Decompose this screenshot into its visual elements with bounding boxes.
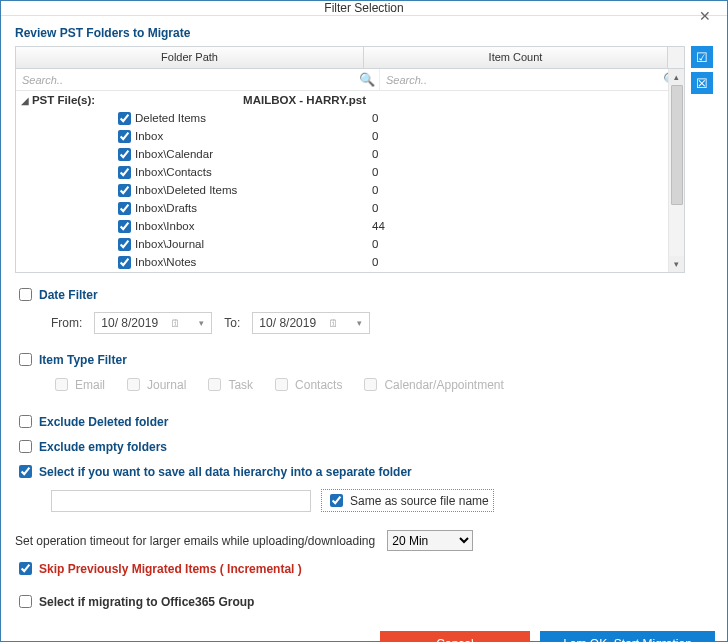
skip-migrated-checkline[interactable]: Skip Previously Migrated Items ( Increme…: [15, 559, 713, 578]
skip-migrated-label: Skip Previously Migrated Items ( Increme…: [39, 562, 302, 576]
date-filter-checkline[interactable]: Date Filter: [15, 285, 713, 304]
close-button[interactable]: ✕: [683, 1, 727, 30]
to-datepicker[interactable]: 10/ 8/2019 🗓 ▾: [252, 312, 370, 334]
table-row[interactable]: Inbox\Drafts0: [16, 199, 668, 217]
save-hierarchy-label: Select if you want to save all data hier…: [39, 465, 412, 479]
exclude-deleted-checkline[interactable]: Exclude Deleted folder: [15, 412, 713, 431]
col-header-scroll: [668, 47, 684, 68]
clear-all-icon: ☒: [696, 76, 708, 91]
grid-wrap: Folder Path Item Count 🔍 🔍: [15, 46, 713, 273]
folder-name: Inbox\Contacts: [135, 166, 212, 178]
o365-group-checkbox[interactable]: [19, 595, 32, 608]
dialog-window: Filter Selection ✕ Review PST Folders to…: [0, 0, 728, 642]
scroll-thumb[interactable]: [671, 85, 683, 205]
footer: Cancel I am OK, Start Migration: [1, 623, 727, 642]
separate-folder-row: Same as source file name: [51, 489, 713, 512]
type-task[interactable]: Task: [204, 375, 253, 394]
type-calendar[interactable]: Calendar/Appointment: [360, 375, 503, 394]
type-email-checkbox: [55, 378, 68, 391]
item-count: 0: [366, 112, 668, 124]
folder-checkbox[interactable]: [118, 130, 131, 143]
o365-group-checkline[interactable]: Select if migrating to Office365 Group: [15, 592, 713, 611]
exclude-deleted-checkbox[interactable]: [19, 415, 32, 428]
table-row[interactable]: Inbox\Inbox44: [16, 217, 668, 235]
folder-checkbox[interactable]: [118, 166, 131, 179]
item-count: 0: [366, 148, 668, 160]
side-buttons: ☑ ☒: [691, 46, 713, 273]
date-range-row: From: 10/ 8/2019 🗓 ▾ To: 10/ 8/2019 🗓 ▾: [51, 312, 713, 334]
date-filter-checkbox[interactable]: [19, 288, 32, 301]
item-count: 0: [366, 130, 668, 142]
separate-folder-input[interactable]: [51, 490, 311, 512]
item-type-filter-checkline[interactable]: Item Type Filter: [15, 350, 713, 369]
item-count: 44: [366, 220, 668, 232]
save-hierarchy-checkline[interactable]: Select if you want to save all data hier…: [15, 462, 713, 481]
to-label: To:: [224, 316, 240, 330]
item-type-filter-checkbox[interactable]: [19, 353, 32, 366]
timeout-select[interactable]: 20 Min: [387, 530, 473, 551]
skip-migrated-checkbox[interactable]: [19, 562, 32, 575]
folder-checkbox[interactable]: [118, 184, 131, 197]
tree-area: ◢ PST File(s): MAILBOX - HARRY.pst Delet…: [16, 91, 668, 272]
folder-checkbox[interactable]: [118, 238, 131, 251]
section-title: Review PST Folders to Migrate: [15, 26, 713, 40]
exclude-empty-checkline[interactable]: Exclude empty folders: [15, 437, 713, 456]
search-cell-path: 🔍: [16, 69, 380, 90]
table-row[interactable]: Inbox\Calendar0: [16, 145, 668, 163]
folder-checkbox[interactable]: [118, 220, 131, 233]
item-count: 0: [366, 202, 668, 214]
item-count: 0: [366, 166, 668, 178]
same-source-checkbox[interactable]: [330, 494, 343, 507]
type-journal[interactable]: Journal: [123, 375, 186, 394]
cancel-button[interactable]: Cancel: [380, 631, 530, 642]
folder-name: Deleted Items: [135, 112, 206, 124]
search-count-input[interactable]: [384, 73, 659, 87]
type-contacts[interactable]: Contacts: [271, 375, 342, 394]
folder-name: Inbox\Journal: [135, 238, 204, 250]
table-row[interactable]: Inbox\Deleted Items0: [16, 181, 668, 199]
item-count: 0: [366, 184, 668, 196]
item-type-filter-row: Item Type Filter Email Journal Task Cont…: [15, 350, 713, 398]
search-row: 🔍 🔍: [16, 69, 684, 91]
exclude-empty-checkbox[interactable]: [19, 440, 32, 453]
table-row[interactable]: Deleted Items0: [16, 109, 668, 127]
folder-checkbox[interactable]: [118, 148, 131, 161]
content-area: Review PST Folders to Migrate Folder Pat…: [1, 16, 727, 623]
start-migration-button[interactable]: I am OK, Start Migration: [540, 631, 715, 642]
exclude-deleted-label: Exclude Deleted folder: [39, 415, 168, 429]
tree-root-row[interactable]: ◢ PST File(s): MAILBOX - HARRY.pst: [16, 91, 668, 109]
save-hierarchy-checkbox[interactable]: [19, 465, 32, 478]
col-header-folder-path[interactable]: Folder Path: [16, 47, 364, 68]
table-row[interactable]: Inbox0: [16, 127, 668, 145]
folder-checkbox[interactable]: [118, 256, 131, 269]
vertical-scrollbar[interactable]: ▴ ▾: [668, 69, 684, 272]
scroll-track[interactable]: [669, 85, 685, 256]
titlebar: Filter Selection ✕: [1, 1, 727, 16]
table-row[interactable]: Inbox\Journal0: [16, 235, 668, 253]
grid-header: Folder Path Item Count: [16, 47, 684, 69]
folder-name: Inbox\Inbox: [135, 220, 194, 232]
scroll-up-icon[interactable]: ▴: [669, 69, 685, 85]
select-all-button[interactable]: ☑: [691, 46, 713, 68]
item-type-filter-label: Item Type Filter: [39, 353, 127, 367]
type-email[interactable]: Email: [51, 375, 105, 394]
from-datepicker[interactable]: 10/ 8/2019 🗓 ▾: [94, 312, 212, 334]
folder-name: Inbox\Drafts: [135, 202, 197, 214]
table-row[interactable]: Inbox\Notes0: [16, 253, 668, 271]
folder-checkbox[interactable]: [118, 112, 131, 125]
same-source-wrap[interactable]: Same as source file name: [321, 489, 494, 512]
clear-all-button[interactable]: ☒: [691, 72, 713, 94]
type-calendar-checkbox: [364, 378, 377, 391]
collapse-icon[interactable]: ◢: [21, 95, 30, 106]
scroll-down-icon[interactable]: ▾: [669, 256, 685, 272]
folder-checkbox[interactable]: [118, 202, 131, 215]
col-header-item-count[interactable]: Item Count: [364, 47, 668, 68]
check-all-icon: ☑: [696, 50, 708, 65]
item-count: 0: [366, 256, 668, 268]
search-icon[interactable]: 🔍: [359, 72, 375, 87]
table-row[interactable]: Inbox\Contacts0: [16, 163, 668, 181]
search-path-input[interactable]: [20, 73, 355, 87]
date-filter-row: Date Filter From: 10/ 8/2019 🗓 ▾ To: 10/…: [15, 285, 713, 338]
chevron-down-icon: ▾: [193, 318, 209, 328]
search-cell-count: 🔍: [380, 69, 684, 90]
